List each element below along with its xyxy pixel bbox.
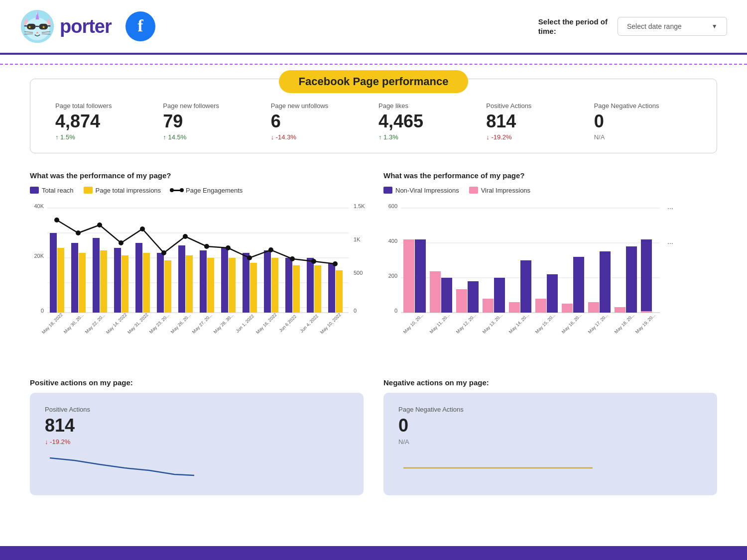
bar bbox=[143, 253, 150, 313]
svg-text:★: ★ bbox=[42, 25, 45, 29]
dot bbox=[140, 226, 145, 231]
legend-viral-icon bbox=[469, 187, 478, 194]
legend-page-impressions: Page total impressions bbox=[84, 187, 161, 194]
svg-text:May 12, 20...: May 12, 20... bbox=[455, 313, 477, 335]
legend-engagements-icon bbox=[171, 190, 183, 191]
svg-text:Jun 1, 2022: Jun 1, 2022 bbox=[235, 313, 255, 333]
chart2-legend: Non-Viral Impressions Viral Impressions bbox=[383, 187, 717, 194]
bar-viral bbox=[535, 299, 546, 313]
bar-viral bbox=[562, 304, 573, 313]
bar bbox=[264, 250, 271, 313]
dot bbox=[268, 247, 273, 252]
dot bbox=[247, 255, 252, 260]
negative-actions-value: 0 bbox=[398, 415, 702, 436]
svg-text:May 18, 20...: May 18, 20... bbox=[614, 313, 635, 335]
positive-actions-section-title: Positive actions on my page: bbox=[30, 378, 364, 387]
metric-value: 0 bbox=[594, 112, 692, 131]
bar-nonviral bbox=[441, 278, 452, 313]
positive-actions-label: Positive Actions bbox=[45, 406, 349, 413]
svg-text:May 19, 20...: May 19, 20... bbox=[634, 313, 656, 335]
svg-text:May 10, 20...: May 10, 20... bbox=[402, 313, 424, 335]
bar-viral bbox=[430, 271, 441, 313]
bar bbox=[93, 238, 100, 313]
bar-nonviral bbox=[520, 260, 531, 313]
logo-cat-icon: ★ ★ bbox=[20, 9, 55, 44]
svg-text:May 23, 20...: May 23, 20... bbox=[148, 313, 170, 335]
bar bbox=[79, 253, 86, 313]
bar bbox=[293, 265, 300, 313]
bar bbox=[157, 253, 164, 313]
legend-viral: Viral Impressions bbox=[469, 187, 530, 194]
bar-viral bbox=[403, 239, 414, 313]
dot bbox=[333, 261, 338, 266]
legend-engagements-label: Page Engagements bbox=[186, 187, 243, 194]
metric-value: 4,874 bbox=[55, 112, 153, 131]
legend-non-viral-label: Non-Viral Impressions bbox=[395, 187, 459, 194]
metric-new-followers: Page new followers 79 ↑ 14.5% bbox=[158, 102, 265, 141]
bar-nonviral bbox=[547, 274, 558, 313]
svg-text:0: 0 bbox=[354, 308, 357, 314]
chart1-title: What was the performance of my page? bbox=[30, 171, 364, 180]
svg-text:May 15, 20...: May 15, 20... bbox=[534, 313, 556, 335]
negative-actions-change: N/A bbox=[398, 438, 702, 446]
bar bbox=[100, 250, 107, 313]
dot bbox=[204, 244, 209, 249]
svg-line-17 bbox=[24, 34, 33, 34]
perf-title-wrap: Facebook Page performance bbox=[30, 70, 717, 93]
dot bbox=[97, 223, 102, 227]
bar bbox=[186, 255, 193, 313]
legend-page-engagements: Page Engagements bbox=[171, 187, 243, 194]
svg-text:...: ... bbox=[667, 237, 673, 245]
dot bbox=[226, 245, 231, 250]
legend-impressions-icon bbox=[84, 187, 93, 194]
metric-change: ↓ -14.3% bbox=[271, 133, 369, 141]
svg-text:May 31, 2022: May 31, 2022 bbox=[126, 312, 149, 335]
bar-viral bbox=[483, 299, 494, 313]
metric-page-likes: Page likes 4,465 ↑ 1.3% bbox=[374, 102, 481, 141]
svg-text:May 28, 30...: May 28, 30... bbox=[213, 313, 235, 335]
svg-text:May 27, 20...: May 27, 20... bbox=[191, 313, 213, 335]
svg-text:May 26, 20...: May 26, 20... bbox=[170, 313, 192, 335]
dot bbox=[161, 250, 166, 255]
metric-value: 79 bbox=[163, 112, 260, 131]
bar bbox=[50, 233, 57, 313]
perf-metrics: Page total followers 4,874 ↑ 1.5% Page n… bbox=[30, 102, 717, 141]
svg-text:0: 0 bbox=[41, 308, 44, 314]
negative-actions-section: Negative actions on my page: Page Negati… bbox=[383, 378, 717, 495]
chart2-title: What was the performance of my page? bbox=[383, 171, 717, 180]
metric-label: Positive Actions bbox=[486, 102, 584, 110]
svg-text:Jun 4, 2022: Jun 4, 2022 bbox=[299, 313, 319, 333]
date-range-select[interactable]: Select date range ▼ bbox=[618, 17, 727, 36]
bar-nonviral bbox=[494, 278, 505, 313]
bar-viral bbox=[641, 311, 652, 313]
svg-text:May 18, 2022: May 18, 2022 bbox=[41, 312, 64, 335]
bar-viral bbox=[588, 302, 599, 313]
period-label: Select the period oftime: bbox=[538, 17, 608, 36]
footer-bar bbox=[0, 546, 747, 560]
negative-actions-mini-chart bbox=[398, 450, 702, 482]
svg-text:May 17, 20...: May 17, 20... bbox=[587, 313, 609, 335]
dropdown-arrow-icon: ▼ bbox=[712, 23, 718, 30]
bar-nonviral bbox=[600, 251, 611, 313]
dot bbox=[311, 259, 316, 264]
bar bbox=[200, 250, 207, 313]
bar bbox=[122, 255, 128, 313]
main-content: Facebook Page performance Page total fol… bbox=[0, 65, 747, 515]
svg-text:...: ... bbox=[667, 203, 673, 211]
svg-text:May 16, 2022: May 16, 2022 bbox=[255, 312, 278, 335]
metric-new-unfollows: Page new unfollows 6 ↓ -14.3% bbox=[266, 102, 374, 141]
positive-actions-card: Positive Actions 814 ↓ -19.2% bbox=[30, 393, 364, 495]
metric-label: Page likes bbox=[378, 102, 476, 110]
metric-change: ↑ 14.5% bbox=[163, 133, 260, 141]
bar bbox=[336, 270, 343, 313]
bar-viral bbox=[509, 302, 520, 313]
svg-line-19 bbox=[42, 34, 51, 34]
svg-text:1.5K: 1.5K bbox=[354, 203, 365, 209]
dot bbox=[76, 230, 81, 235]
positive-actions-value: 814 bbox=[45, 415, 349, 436]
dot bbox=[54, 218, 59, 223]
bar bbox=[221, 248, 228, 313]
bar bbox=[307, 258, 314, 313]
legend-viral-label: Viral Impressions bbox=[481, 187, 530, 194]
bar-nonviral bbox=[626, 246, 637, 313]
